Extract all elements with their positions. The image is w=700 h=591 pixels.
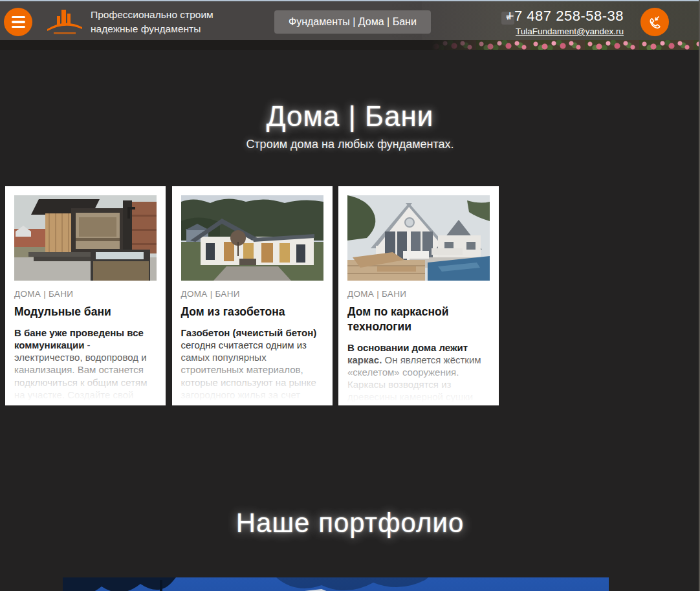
top-accent-line (0, 0, 700, 1)
phone-incoming-icon (646, 14, 663, 30)
hamburger-icon (12, 16, 25, 19)
frame-house-pool-photo (347, 195, 490, 281)
email-link[interactable]: TulaFundament@yandex.ru (516, 27, 624, 36)
callback-button[interactable] (640, 8, 669, 36)
card-title: Модульные бани (14, 305, 157, 319)
card-category: ДОМА | БАНИ (14, 289, 157, 299)
card-title: Дом из газобетона (181, 305, 323, 319)
menu-button[interactable] (4, 8, 32, 36)
modular-sauna-photo (14, 195, 157, 281)
flowers-photo-strip (422, 40, 700, 50)
card-category: ДОМА | БАНИ (181, 289, 323, 299)
nav-sections-button[interactable]: Фундаменты | Дома | Бани (274, 10, 431, 34)
contact-block: +7 487 258-58-38 TulaFundament@yandex.ru (506, 8, 624, 37)
card-frame-house[interactable]: ДОМА | БАНИ Дом по каркасной технологии … (338, 186, 499, 405)
card-aerated-concrete-house[interactable]: ДОМА | БАНИ Дом из газобетона Газобетон … (172, 186, 333, 405)
header: Профессионально строим надежные фундамен… (0, 0, 700, 50)
card-text: В основании дома лежит каркас. Он являет… (347, 341, 490, 406)
aerated-concrete-house-photo (181, 195, 323, 281)
tagline-line-2: надежные фундаменты (91, 22, 213, 36)
cards-row: ДОМА | БАНИ Модульные бани В бане уже пр… (5, 186, 499, 405)
page-title: Дома | Бани (0, 100, 700, 133)
company-logo[interactable] (45, 8, 84, 36)
tagline-line-1: Профессионально строим (91, 8, 213, 22)
header-tagline: Профессионально строим надежные фундамен… (91, 8, 213, 37)
card-modular-sauna[interactable]: ДОМА | БАНИ Модульные бани В бане уже пр… (5, 186, 166, 405)
page-subtitle: Строим дома на любых фундаментах. (0, 138, 700, 151)
buildings-icon (45, 8, 84, 36)
card-text: Газобетон (ячеистый бетон) сегодня счита… (181, 327, 323, 405)
card-title: Дом по каркасной технологии (347, 305, 490, 334)
page: Профессионально строим надежные фундамен… (0, 0, 700, 591)
portfolio-evening-photo[interactable] (63, 577, 609, 591)
card-category: ДОМА | БАНИ (347, 289, 490, 299)
header-bar: Профессионально строим надежные фундамен… (0, 0, 700, 40)
portfolio-title: Наше портфолио (0, 508, 700, 539)
card-text: В бане уже проведены все коммуникации - … (14, 327, 157, 405)
phone-number[interactable]: +7 487 258-58-38 (506, 8, 624, 25)
